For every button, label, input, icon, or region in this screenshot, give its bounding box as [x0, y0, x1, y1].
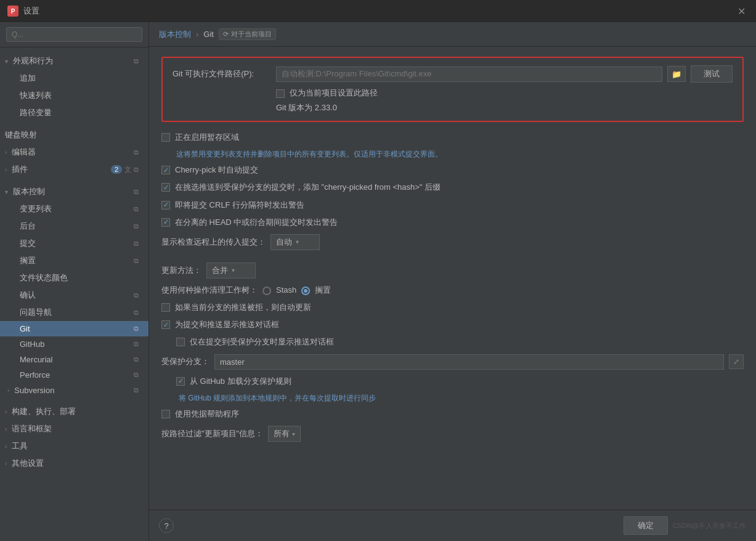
sidebar-item-vcs[interactable]: ▾ 版本控制 ⧉ [0, 183, 148, 200]
build-arrow-icon: › [5, 409, 7, 415]
protected-branch-label: 受保护分支： [161, 356, 209, 367]
sidebar-item-quicklist[interactable]: 快速列表 [0, 87, 148, 104]
sidebar-item-append[interactable]: 追加 [0, 70, 148, 87]
changelist-icon: ⧉ [134, 205, 139, 213]
ok-button[interactable]: 确定 [624, 516, 668, 535]
load-github-rules-checkbox[interactable] [176, 377, 185, 386]
issuenav-icon: ⧉ [134, 309, 139, 317]
git-icon: ⧉ [134, 325, 139, 333]
only-project-checkbox[interactable] [276, 89, 285, 98]
search-box [0, 22, 148, 47]
search-input[interactable] [6, 27, 142, 42]
vcs-section: ▾ 版本控制 ⧉ 变更列表 ⧉ 后台 ⧉ 提交 ⧉ [0, 178, 148, 403]
sidebar-item-shelve[interactable]: 搁置 ⧉ [0, 252, 148, 269]
auto-update-checkbox[interactable] [161, 303, 170, 312]
sidebar-item-subversion[interactable]: › Subversion ⧉ [0, 383, 148, 398]
close-button[interactable]: ✕ [734, 4, 749, 18]
sidebar-item-appearance[interactable]: ▾ 外观和行为 ⧉ [0, 52, 148, 70]
sidebar-item-confirm[interactable]: 确认 ⧉ [0, 287, 148, 304]
load-github-rules-row: 从 GitHub 加载分支保护规则 [176, 376, 744, 387]
tools-arrow-icon: › [5, 443, 7, 450]
show-push-protected-checkbox[interactable] [176, 338, 185, 346]
filter-updates-select[interactable]: 所有 ▾ [268, 426, 301, 442]
collapse-icon: ▾ [5, 58, 8, 65]
sidebar-item-filestatus[interactable]: 文件状态颜色 [0, 269, 148, 287]
update-method-select[interactable]: 合并 ▾ [206, 262, 256, 279]
shelve-radio[interactable] [301, 287, 310, 295]
credential-helper-row: 使用凭据帮助程序 [161, 409, 744, 420]
sidebar-item-perforce[interactable]: Perforce ⧉ [0, 367, 148, 383]
cherry-pick-checkbox[interactable] [161, 166, 170, 174]
sidebar-item-issuenav[interactable]: 问题导航 ⧉ [0, 304, 148, 321]
title-bar-left: P 设置 [7, 6, 39, 17]
bg-icon: ⧉ [134, 222, 139, 230]
cherry-pick-row: Cherry-pick 时自动提交 [161, 165, 744, 176]
crlf-checkbox[interactable] [161, 201, 170, 209]
help-button[interactable]: ? [159, 518, 174, 533]
git-path-section: Git 可执行文件路径(P): 📁 测试 仅为当前项目设置此路径 Git 版本为… [161, 57, 744, 122]
plugins-badge: 2 [111, 165, 122, 174]
detached-head-checkbox[interactable] [161, 218, 170, 227]
show-push-checkbox[interactable] [161, 320, 170, 329]
auto-update-row: 如果当前分支的推送被拒，则自动更新 [161, 302, 744, 313]
sidebar-item-languages[interactable]: › 语言和框架 [0, 420, 148, 437]
crlf-label: 即将提交 CRLF 行分隔符时发出警告 [175, 200, 304, 211]
filter-updates-row: 按路径过滤"更新项目"信息： 所有 ▾ [161, 426, 744, 442]
git-path-row: Git 可执行文件路径(P): 📁 测试 [173, 65, 733, 83]
git-version: Git 版本为 2.33.0 [276, 102, 733, 113]
shelve-label: 搁置 [315, 285, 331, 296]
clean-working-tree-label: 使用何种操作清理工作树： [161, 285, 258, 296]
settings-dialog: P 设置 ✕ ▾ 外观和行为 ⧉ 追加 [0, 0, 756, 541]
cherry-pick-hash-row: 在挑选推送到受保护分支的提交时，添加 "cherry-picked from <… [161, 182, 744, 193]
sidebar-item-keymap[interactable]: 键盘映射 [0, 126, 148, 144]
expand-button[interactable]: ⤢ [729, 354, 744, 369]
sidebar-item-other[interactable]: › 其他设置 [0, 455, 148, 472]
editor-copy-icon: ⧉ [134, 148, 139, 157]
staging-checkbox[interactable] [161, 133, 170, 142]
sidebar-item-mercurial[interactable]: Mercurial ⧉ [0, 352, 148, 367]
expand-icon: ⤢ [733, 357, 739, 366]
only-project-label: 仅为当前项目设置此路径 [290, 87, 378, 99]
svn-arrow-icon: › [7, 387, 9, 394]
folder-button[interactable]: 📁 [667, 66, 686, 82]
git-path-input[interactable] [276, 67, 662, 82]
sidebar-item-background[interactable]: 后台 ⧉ [0, 218, 148, 235]
copy-icon: ⧉ [134, 57, 139, 65]
sidebar-item-plugins[interactable]: › 插件 2 文 ⧉ [0, 161, 148, 178]
update-method-label: 更新方法： [161, 265, 201, 276]
other-arrow-icon: › [5, 460, 7, 467]
auto-update-label: 如果当前分支的推送被拒，则自动更新 [175, 302, 311, 313]
editor-icons: ⧉ [134, 148, 139, 157]
protected-branch-row: 受保护分支： ⤢ [161, 354, 744, 370]
show-incoming-value: 自动 [276, 237, 292, 248]
update-method-row: 更新方法： 合并 ▾ [161, 262, 744, 279]
sidebar-item-editor[interactable]: › 编辑器 ⧉ [0, 144, 148, 161]
cherry-pick-hash-checkbox[interactable] [161, 183, 170, 192]
sidebar-item-build[interactable]: › 构建、执行、部署 [0, 403, 148, 420]
show-push-label: 为提交和推送显示推送对话框 [175, 319, 279, 330]
watermark: CSDN@不入开发不工作 [673, 521, 746, 531]
editor-arrow-icon: › [5, 149, 7, 156]
sidebar: ▾ 外观和行为 ⧉ 追加 快速列表 路径变量 键盘映射 [0, 22, 149, 541]
sidebar-item-github[interactable]: GitHub ⧉ [0, 336, 148, 352]
breadcrumb-sep: › [196, 30, 198, 39]
lang-arrow-icon: › [5, 426, 7, 433]
breadcrumb-parent[interactable]: 版本控制 [159, 29, 191, 40]
show-incoming-select[interactable]: 自动 ▾ [270, 234, 320, 250]
sidebar-item-tools[interactable]: › 工具 [0, 437, 148, 455]
stash-radio[interactable] [262, 287, 271, 295]
credential-helper-checkbox[interactable] [161, 410, 170, 418]
sidebar-item-commit[interactable]: 提交 ⧉ [0, 235, 148, 252]
test-button[interactable]: 测试 [691, 65, 733, 83]
settings-content: Git 可执行文件路径(P): 📁 测试 仅为当前项目设置此路径 Git 版本为… [149, 47, 756, 510]
perforce-icon: ⧉ [134, 371, 139, 379]
protected-branch-input[interactable] [214, 354, 724, 370]
show-incoming-arrow-icon: ▾ [296, 238, 299, 245]
staging-area-row: 正在启用暂存区域 [161, 132, 744, 143]
plugins-icons: 2 文 ⧉ [111, 165, 139, 174]
staging-label: 正在启用暂存区域 [175, 132, 239, 143]
sidebar-item-pathvars[interactable]: 路径变量 [0, 104, 148, 121]
sidebar-item-changelist[interactable]: 变更列表 ⧉ [0, 200, 148, 218]
sidebar-item-git[interactable]: Git ⧉ [0, 321, 148, 336]
breadcrumb: 版本控制 › Git ⟳ 对于当前项目 [149, 22, 756, 47]
